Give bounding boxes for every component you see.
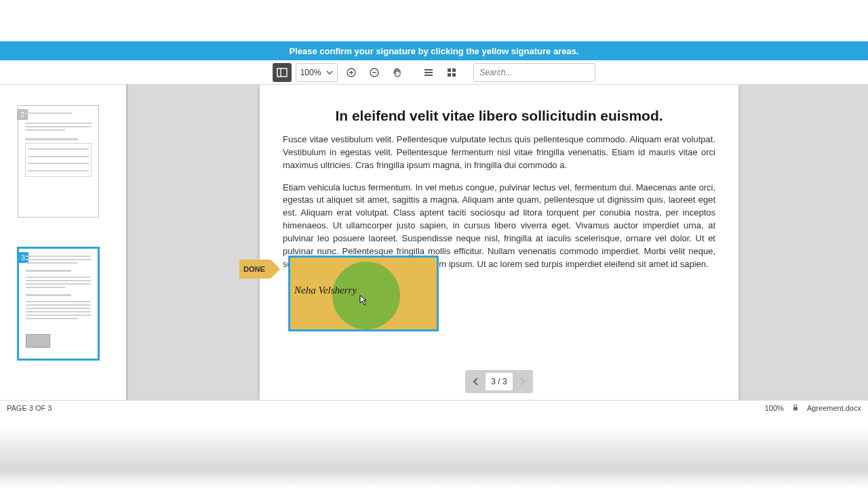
chevron-down-icon — [326, 69, 333, 76]
workspace: 2 — [0, 85, 868, 400]
single-page-view-button[interactable] — [419, 63, 438, 82]
footer-gradient — [0, 427, 868, 488]
svg-rect-7 — [425, 69, 433, 70]
svg-rect-13 — [452, 73, 456, 77]
status-page-label: PAGE 3 OF 3 — [7, 404, 52, 412]
next-page-button[interactable] — [514, 372, 530, 391]
svg-rect-12 — [448, 73, 451, 77]
svg-rect-8 — [425, 72, 433, 73]
pan-hand-button[interactable] — [388, 63, 407, 82]
zoom-level-label: 100% — [300, 68, 321, 77]
thumbnail-page-3[interactable]: 3 — [18, 247, 99, 360]
status-zoom-label: 100% — [765, 404, 784, 412]
svg-rect-10 — [448, 68, 451, 72]
document-heading: In eleifend velit vitae libero sollicitu… — [283, 108, 715, 124]
zoom-in-button[interactable] — [342, 63, 361, 82]
svg-rect-11 — [452, 68, 456, 72]
signature-name: Neha Velsherry — [294, 285, 357, 296]
thumbnail-panel[interactable]: 2 — [0, 85, 126, 400]
zoom-dropdown[interactable]: 100% — [296, 63, 338, 82]
thumbnail-preview — [25, 113, 92, 210]
page-indicator: 3 / 3 — [486, 373, 512, 390]
svg-rect-9 — [425, 75, 433, 76]
pointer-cursor-icon — [356, 295, 368, 310]
done-indicator[interactable]: DONE — [239, 260, 271, 279]
status-bar: PAGE 3 OF 3 100% Agreement.docx — [0, 400, 868, 415]
zoom-out-button[interactable] — [365, 63, 384, 82]
signature-box[interactable]: Neha Velsherry — [288, 256, 439, 331]
document-paragraph: Fusce vitae vestibulum velit. Pellentesq… — [283, 134, 715, 172]
document-page: In eleifend velit vitae libero sollicitu… — [260, 85, 738, 400]
grid-view-button[interactable] — [442, 63, 461, 82]
page-navigator: 3 / 3 — [465, 370, 533, 393]
svg-rect-14 — [793, 407, 797, 410]
toolbar: 100% — [0, 60, 868, 85]
search-input[interactable] — [473, 63, 595, 82]
sidebar-toggle-button[interactable] — [273, 63, 292, 82]
lock-icon — [792, 404, 799, 412]
confirmation-banner: Please confirm your signature by clickin… — [0, 41, 868, 60]
status-filename: Agreement.docx — [807, 404, 861, 412]
thumbnail-preview — [26, 256, 91, 352]
thumbnail-page-2[interactable]: 2 — [18, 105, 99, 218]
svg-rect-0 — [277, 68, 287, 77]
prev-page-button[interactable] — [468, 372, 484, 391]
document-area[interactable]: In eleifend velit vitae libero sollicitu… — [130, 85, 868, 400]
